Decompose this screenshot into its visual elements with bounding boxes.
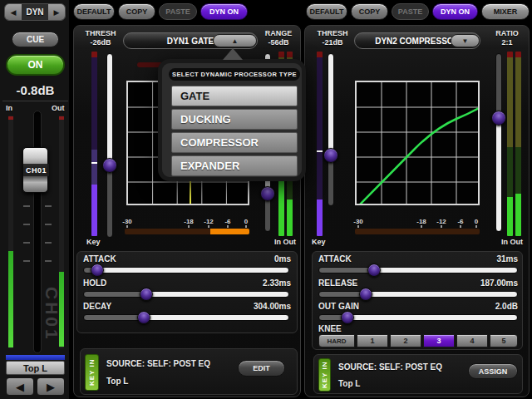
- dyn-page-selector: ◀ DYN ▶: [4, 3, 66, 21]
- processor-type-popup: SELECT DYNAMIC PROCESSOR TYPE GATE DUCKI…: [158, 59, 306, 181]
- knee-option-5[interactable]: 5: [490, 334, 518, 347]
- dyn1-inout-meter-label: In Out: [274, 238, 296, 246]
- channel-on-button[interactable]: ON: [6, 54, 65, 76]
- dyn2-attack-label: ATTACK: [318, 254, 352, 264]
- dyn1-scale-label: -30: [122, 218, 132, 225]
- dyn2-release-slider-knob[interactable]: [359, 288, 372, 301]
- dyn1-thresh-label: THRESH: [76, 29, 125, 37]
- cue-button[interactable]: CUE: [12, 32, 59, 47]
- dyn2-release-slider-track[interactable]: [318, 291, 518, 298]
- dyn2-outgain-slider-knob[interactable]: [341, 311, 354, 324]
- scale-tick: [245, 225, 247, 228]
- scale-tick: [441, 225, 442, 228]
- dyn1-range-slider-knob[interactable]: [260, 186, 275, 201]
- dyn2-type-dropdown-arrow[interactable]: ▼: [451, 34, 480, 47]
- chevron-up-icon: ▲: [232, 37, 239, 45]
- dyn2-attack-slider-track[interactable]: [318, 267, 518, 273]
- dyn2-paste-button[interactable]: PASTE: [392, 3, 429, 20]
- strip-in-meter-peak: [8, 116, 13, 120]
- dyn1-key-meter-label: Key: [86, 238, 101, 246]
- compressor-graph: [355, 81, 480, 205]
- dyn2-out-meter: [515, 52, 521, 236]
- dyn2-knee-label: KNEE: [318, 324, 342, 333]
- dyn1-key-meter: [91, 52, 97, 236]
- fader-cap[interactable]: CH01: [22, 147, 48, 193]
- dyn1-default-button[interactable]: DEFAULT: [73, 3, 115, 20]
- prev-channel-button[interactable]: ◀: [6, 377, 34, 396]
- fader-gain-value: -0.8dB: [0, 81, 71, 98]
- popup-title: SELECT DYNAMIC PROCESSOR TYPE: [169, 68, 300, 81]
- fader-cap-label: CH01: [23, 164, 49, 176]
- dyn2-ratio-label: RATIO: [487, 29, 527, 37]
- dyn2-keyin-box: KEY IN SOURCE: SELF: POST EQ Top L ASSIG…: [313, 354, 523, 394]
- dyn1-attack-slider-knob[interactable]: [91, 264, 104, 277]
- dyn1-on-button[interactable]: DYN ON: [200, 3, 248, 20]
- dyn2-default-button[interactable]: DEFAULT: [306, 3, 347, 20]
- dyn1-scale-label: -6: [224, 218, 230, 225]
- scale-tick: [421, 225, 422, 228]
- popup-option-ducking[interactable]: DUCKING: [171, 109, 298, 130]
- dyn2-thresh-slider-track[interactable]: [328, 53, 334, 206]
- mixer-button[interactable]: MIXER: [481, 3, 530, 20]
- strip-out-meter-peak: [59, 116, 64, 120]
- scale-tick: [208, 225, 209, 228]
- scale-tick: [188, 225, 190, 228]
- dyn1-thresh-value: -26dB: [76, 38, 125, 47]
- dyn1-keyin-source: SOURCE: SELF: POST EQ: [106, 359, 210, 368]
- scale-tick: [475, 225, 477, 228]
- dyn1-hold-slider-track[interactable]: [83, 291, 289, 298]
- dyn1-copy-button[interactable]: COPY: [118, 3, 155, 20]
- dyn1-decay-slider-knob[interactable]: [137, 311, 150, 324]
- dyn1-hold-value: 2.33ms: [208, 278, 291, 288]
- dyn1-keyin-edit-button[interactable]: EDIT: [238, 360, 285, 377]
- dyn2-thresh-slider-knob[interactable]: [323, 148, 338, 163]
- scale-tick: [357, 225, 359, 228]
- dyn2-outgain-value: 2.0dB: [435, 302, 518, 311]
- knee-option-hard[interactable]: HARD: [318, 334, 355, 347]
- next-page-button[interactable]: ▶: [48, 4, 65, 20]
- fader-tick: [23, 224, 30, 225]
- dyn2-copy-button[interactable]: COPY: [351, 3, 388, 20]
- fader-tick: [45, 260, 52, 262]
- dyn2-on-button[interactable]: DYN ON: [432, 3, 478, 20]
- dyn1-hold-slider-knob[interactable]: [140, 288, 153, 301]
- dyn2-key-meter-threshold-tick: [317, 150, 323, 152]
- dyn2-attack-slider-knob[interactable]: [367, 264, 381, 277]
- dyn2-ratio-value: 2:1: [487, 38, 527, 47]
- dyn2-ratio-slider-track[interactable]: [495, 53, 502, 232]
- dyn1-scale-label: -12: [204, 218, 214, 225]
- dyn1-paste-button[interactable]: PASTE: [159, 3, 197, 20]
- channel-strip-sidebar: ◀ DYN ▶ CUE ON -0.8dB In Out CH01: [0, 0, 71, 399]
- dyn2-key-meter-label: Key: [312, 238, 326, 246]
- dyn1-decay-slider-track[interactable]: [83, 314, 289, 321]
- prev-page-button[interactable]: ◀: [5, 4, 22, 20]
- dyn1-keyin-channel: Top L: [106, 377, 128, 386]
- knee-option-4[interactable]: 4: [456, 334, 488, 347]
- fader-tick: [45, 242, 52, 244]
- dyn1-attack-slider-track[interactable]: [83, 267, 289, 273]
- popup-option-expander[interactable]: EXPANDER: [171, 155, 298, 176]
- dyn2-keyin-channel: Top L: [338, 379, 360, 388]
- dyn2-keyin-source: SOURCE: SELF: POST EQ: [338, 362, 442, 372]
- dyn1-keyin-badge: KEY IN: [85, 354, 99, 391]
- popup-option-gate[interactable]: GATE: [171, 86, 298, 106]
- dyn2-keyin-level-meter: [355, 229, 480, 234]
- scale-tick: [460, 225, 461, 228]
- knee-option-1[interactable]: 1: [357, 334, 388, 347]
- dyn1-keyin-box: KEY IN SOURCE: SELF: POST EQ Top L EDIT: [80, 348, 298, 395]
- dyn1-attack-value: 0ms: [208, 254, 291, 264]
- dyn2-ratio-slider-knob[interactable]: [491, 111, 506, 126]
- popup-option-compressor[interactable]: COMPRESSOR: [171, 132, 298, 153]
- dyn1-range-value: -56dB: [258, 38, 299, 47]
- dyn1-thresh-slider-knob[interactable]: [102, 158, 117, 173]
- knee-option-3[interactable]: 3: [423, 334, 455, 347]
- dyn2-scale-label: -6: [457, 218, 463, 225]
- dyn1-type-dropdown-arrow[interactable]: ▲: [213, 34, 257, 47]
- compressor-curve: [359, 107, 480, 205]
- left-arrow-icon: ◀: [11, 8, 17, 17]
- dyn2-keyin-assign-button[interactable]: ASSIGN: [468, 363, 518, 379]
- knee-option-2[interactable]: 2: [390, 334, 421, 347]
- dyn1-thresh-slider-track[interactable]: [106, 53, 113, 238]
- channel-name-box[interactable]: Top L: [6, 361, 65, 375]
- next-channel-button[interactable]: ▶: [37, 377, 65, 396]
